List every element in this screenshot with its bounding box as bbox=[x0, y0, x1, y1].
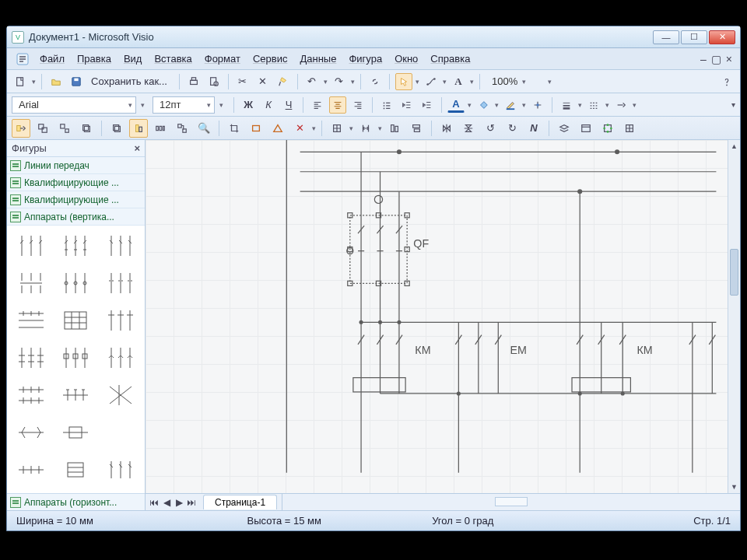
bold-button[interactable]: Ж bbox=[240, 96, 257, 114]
pointer-tool-button[interactable] bbox=[395, 73, 412, 90]
connection-point-button[interactable] bbox=[529, 96, 546, 114]
shape-thumb[interactable] bbox=[12, 380, 51, 411]
align-center-button[interactable] bbox=[329, 96, 346, 114]
close-button[interactable]: ✕ bbox=[709, 30, 735, 44]
bullets-button[interactable] bbox=[378, 96, 395, 114]
shape-thumb[interactable] bbox=[101, 268, 140, 299]
layout-button[interactable] bbox=[173, 119, 191, 138]
shape-thumb[interactable] bbox=[101, 380, 140, 411]
shape-thumb[interactable] bbox=[12, 305, 51, 336]
tab-first-icon[interactable]: ⏮ bbox=[149, 497, 160, 508]
print-preview-button[interactable] bbox=[205, 73, 223, 90]
shape-window-button[interactable] bbox=[577, 119, 595, 138]
delete-shape-button[interactable]: ✕ bbox=[290, 119, 309, 138]
line-color-button[interactable] bbox=[502, 96, 519, 114]
stencil-item[interactable]: Линии передач bbox=[7, 157, 145, 174]
group-button[interactable] bbox=[33, 119, 52, 138]
help-button[interactable] bbox=[718, 73, 735, 90]
scroll-thumb[interactable] bbox=[730, 249, 738, 296]
line-pattern-button[interactable] bbox=[585, 96, 602, 114]
fill-color-button[interactable] bbox=[475, 96, 492, 114]
connector-tool-button[interactable] bbox=[423, 73, 440, 90]
undo-button[interactable]: ↶ bbox=[303, 73, 321, 90]
distribute-button[interactable] bbox=[151, 119, 170, 138]
close-shapes-pane-icon[interactable]: × bbox=[134, 142, 140, 154]
align-right-button[interactable] bbox=[349, 96, 366, 114]
font-size-combo[interactable]: 12пт bbox=[153, 96, 215, 114]
menu-file[interactable]: Файл bbox=[33, 51, 71, 67]
stencil-item[interactable]: Квалифицирующие ... bbox=[7, 191, 145, 208]
shape-thumb[interactable] bbox=[101, 230, 140, 261]
indent-dec-button[interactable] bbox=[398, 96, 416, 114]
send-back-button[interactable] bbox=[107, 119, 126, 138]
shape-thumb[interactable] bbox=[57, 417, 96, 448]
title-bar[interactable]: V Документ1 - Microsoft Visio — ☐ ✕ bbox=[7, 26, 740, 48]
horizontal-scrollbar[interactable] bbox=[282, 494, 740, 510]
shape-gallery[interactable] bbox=[7, 226, 145, 493]
menu-insert[interactable]: Вставка bbox=[148, 51, 198, 67]
underline-button[interactable]: Ч bbox=[280, 96, 297, 114]
stencil-item[interactable]: Аппараты (горизонт... bbox=[7, 493, 145, 510]
tab-next-icon[interactable]: ▶ bbox=[174, 497, 184, 508]
mdi-minimize-icon[interactable]: – bbox=[700, 53, 707, 65]
scroll-up-icon[interactable]: ▲ bbox=[728, 140, 740, 152]
align-v-button[interactable] bbox=[407, 119, 426, 138]
flip-h-button[interactable] bbox=[437, 119, 456, 138]
menu-tools[interactable]: Сервис bbox=[247, 51, 294, 67]
triangle-button[interactable] bbox=[268, 119, 287, 138]
stencil-item[interactable]: Аппараты (вертика... bbox=[7, 208, 145, 226]
zoom-combo[interactable]: 100% bbox=[486, 73, 529, 90]
layers-button[interactable] bbox=[555, 119, 573, 138]
shape-thumb[interactable] bbox=[12, 342, 51, 373]
shape-thumb[interactable] bbox=[57, 342, 96, 373]
shape-thumb[interactable] bbox=[101, 305, 140, 336]
print-button[interactable] bbox=[185, 73, 202, 90]
maximize-button[interactable]: ☐ bbox=[681, 30, 707, 44]
shape-thumb[interactable] bbox=[101, 454, 140, 485]
line-weight-button[interactable] bbox=[558, 96, 575, 114]
menu-window[interactable]: Окно bbox=[388, 51, 424, 67]
autoconnect-button[interactable] bbox=[12, 119, 30, 138]
menu-data[interactable]: Данные bbox=[293, 51, 342, 67]
menu-view[interactable]: Вид bbox=[117, 51, 149, 67]
zoom-button[interactable]: 🔍 bbox=[195, 119, 213, 138]
rectangle-button[interactable] bbox=[247, 119, 265, 138]
shape-thumb[interactable] bbox=[101, 417, 140, 448]
menu-help[interactable]: Справка bbox=[424, 51, 476, 67]
new-button[interactable] bbox=[12, 73, 29, 90]
shape-thumb[interactable] bbox=[57, 305, 96, 336]
align-left-button[interactable] bbox=[309, 96, 326, 114]
drawing-canvas[interactable]: QF bbox=[146, 140, 740, 493]
vertical-scrollbar[interactable]: ▲ ▼ bbox=[728, 140, 740, 493]
text-tool-button[interactable]: A bbox=[450, 73, 467, 90]
indent-inc-button[interactable] bbox=[419, 96, 436, 114]
shape-thumb[interactable] bbox=[12, 417, 51, 448]
bring-front-button[interactable] bbox=[77, 119, 96, 138]
shape-thumb[interactable] bbox=[12, 268, 51, 299]
tab-nav-controls[interactable]: ⏮ ◀ ▶ ⏭ bbox=[146, 497, 200, 508]
connection-points-button[interactable] bbox=[598, 119, 617, 138]
menu-edit[interactable]: Правка bbox=[71, 51, 117, 67]
rotate-right-button[interactable]: ↻ bbox=[503, 119, 521, 138]
tab-last-icon[interactable]: ⏭ bbox=[186, 497, 197, 508]
size-position-button[interactable] bbox=[328, 119, 346, 138]
ungroup-button[interactable] bbox=[55, 119, 74, 138]
align-h-button[interactable] bbox=[385, 119, 404, 138]
save-as-label[interactable]: Сохранить как... bbox=[91, 75, 167, 87]
menu-format[interactable]: Формат bbox=[198, 51, 247, 67]
align-shapes-button[interactable] bbox=[129, 119, 148, 138]
shape-thumb[interactable] bbox=[101, 342, 140, 373]
mdi-close-icon[interactable]: × bbox=[726, 53, 732, 65]
crop-button[interactable] bbox=[225, 119, 244, 138]
grid-button[interactable] bbox=[620, 119, 639, 138]
rotate-left-button[interactable]: ↺ bbox=[481, 119, 500, 138]
freeform-button[interactable]: N bbox=[524, 119, 543, 138]
menu-shape[interactable]: Фигура bbox=[342, 51, 388, 67]
link-button[interactable] bbox=[366, 73, 384, 90]
app-menu-icon[interactable] bbox=[15, 51, 30, 67]
font-color-button[interactable]: A bbox=[447, 97, 465, 113]
spacing-button[interactable] bbox=[356, 119, 375, 138]
shape-thumb[interactable] bbox=[57, 454, 96, 485]
flip-v-button[interactable] bbox=[459, 119, 478, 138]
delete-button[interactable]: ✕ bbox=[254, 73, 272, 90]
